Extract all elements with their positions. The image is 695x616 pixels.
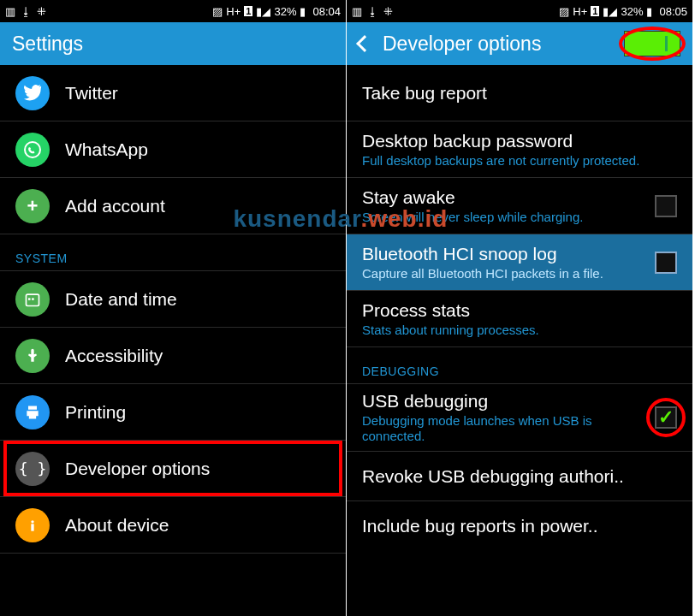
item-label: Date and time bbox=[65, 289, 296, 310]
section-header-debugging: DEBUGGING bbox=[347, 347, 692, 384]
page-title: Settings bbox=[12, 33, 83, 56]
bbm-icon: ⁜ bbox=[383, 5, 393, 18]
item-label: WhatsApp bbox=[65, 139, 296, 160]
settings-list: Twitter WhatsApp + Add account SYSTEM Da… bbox=[0, 65, 346, 554]
checkbox-bt-snoop[interactable] bbox=[655, 252, 677, 274]
item-take-bug-report[interactable]: Take bug report bbox=[347, 65, 692, 121]
mute-icon: ▨ bbox=[559, 5, 569, 18]
item-desktop-backup-password[interactable]: Desktop backup password Full desktop bac… bbox=[347, 121, 692, 178]
devoptions-list: Take bug report Desktop backup password … bbox=[347, 65, 692, 551]
sim-icon: 1 bbox=[591, 6, 599, 16]
settings-item-whatsapp[interactable]: WhatsApp bbox=[0, 121, 346, 178]
title-bar-settings: Settings bbox=[0, 22, 346, 65]
add-icon: + bbox=[15, 189, 50, 223]
svg-rect-5 bbox=[31, 524, 33, 530]
sim-icon: 1 bbox=[244, 6, 252, 16]
svg-rect-3 bbox=[32, 298, 34, 300]
item-sub: Full desktop backups are not currently p… bbox=[362, 153, 643, 169]
item-revoke-usb-auth[interactable]: Revoke USB debugging authori.. bbox=[347, 452, 692, 501]
clock: 08:05 bbox=[659, 5, 687, 18]
item-bluetooth-hci-snoop[interactable]: Bluetooth HCI snoop log Capture all Blue… bbox=[347, 234, 692, 291]
battery-pct: 32% bbox=[274, 5, 296, 18]
item-title: Take bug report bbox=[362, 83, 643, 104]
item-title: Desktop backup password bbox=[362, 131, 643, 151]
item-label: Add account bbox=[65, 196, 296, 216]
data-icon: H+ bbox=[573, 5, 587, 18]
twitter-icon bbox=[15, 76, 50, 110]
settings-item-add-account[interactable]: + Add account bbox=[0, 178, 346, 234]
section-header-system: SYSTEM bbox=[0, 234, 346, 271]
settings-item-date-time[interactable]: Date and time bbox=[0, 271, 346, 328]
printer-icon bbox=[15, 395, 50, 429]
item-include-bug-reports[interactable]: Include bug reports in power.. bbox=[347, 501, 692, 551]
mute-icon: ▨ bbox=[212, 5, 223, 18]
item-label: Developer options bbox=[65, 459, 296, 479]
status-bar: ▥ ⭳ ⁜ ▨ H+ 1 ▮◢ 32% ▮ 08:04 bbox=[0, 0, 346, 22]
svg-point-0 bbox=[25, 142, 40, 157]
title-bar-devoptions: Developer options bbox=[347, 22, 692, 65]
settings-item-about-device[interactable]: About device bbox=[0, 497, 346, 554]
settings-item-printing[interactable]: Printing bbox=[0, 384, 346, 441]
braces-icon: { } bbox=[15, 452, 50, 486]
item-title: Revoke USB debugging authori.. bbox=[362, 466, 643, 487]
screenshot-icon: ▥ bbox=[352, 5, 362, 18]
hand-icon bbox=[15, 339, 50, 373]
devoptions-master-toggle[interactable] bbox=[624, 31, 680, 56]
screenshot-icon: ▥ bbox=[5, 5, 15, 18]
battery-icon: ▮ bbox=[300, 5, 306, 18]
item-usb-debugging[interactable]: USB debugging Debugging mode launches wh… bbox=[347, 384, 692, 452]
item-label: About device bbox=[65, 515, 296, 536]
item-sub: Screen will never sleep while charging. bbox=[362, 210, 643, 225]
signal-icon: ▮◢ bbox=[603, 5, 617, 18]
signal-icon: ▮◢ bbox=[256, 5, 270, 18]
calendar-icon bbox=[15, 282, 50, 317]
checkbox-stay-awake[interactable] bbox=[655, 195, 677, 217]
svg-point-4 bbox=[31, 520, 33, 523]
checkbox-usb-debugging[interactable] bbox=[655, 406, 677, 429]
item-title: Bluetooth HCI snoop log bbox=[362, 244, 643, 264]
settings-item-accessibility[interactable]: Accessibility bbox=[0, 328, 346, 384]
battery-pct: 32% bbox=[621, 5, 643, 18]
battery-icon: ▮ bbox=[646, 5, 652, 18]
back-icon[interactable] bbox=[356, 35, 373, 52]
item-label: Accessibility bbox=[65, 346, 296, 366]
phone-right-devoptions: ▥ ⭳ ⁜ ▨ H+ 1 ▮◢ 32% ▮ 08:05 Developer op… bbox=[347, 0, 693, 616]
svg-rect-2 bbox=[28, 298, 31, 300]
info-icon bbox=[15, 508, 50, 542]
item-process-stats[interactable]: Process stats Stats about running proces… bbox=[347, 291, 692, 347]
item-sub: Debugging mode launches when USB is conn… bbox=[362, 413, 643, 444]
bbm-icon: ⁜ bbox=[37, 5, 46, 18]
settings-item-developer-options[interactable]: { } Developer options bbox=[0, 441, 346, 497]
downloads-icon: ⭳ bbox=[367, 5, 378, 18]
item-sub: Stats about running processes. bbox=[362, 323, 643, 338]
item-title: Include bug reports in power.. bbox=[362, 516, 643, 536]
item-label: Printing bbox=[65, 402, 296, 423]
page-title: Developer options bbox=[383, 33, 541, 56]
settings-item-twitter[interactable]: Twitter bbox=[0, 65, 346, 121]
whatsapp-icon bbox=[15, 133, 50, 167]
item-title: Stay awake bbox=[362, 187, 643, 208]
downloads-icon: ⭳ bbox=[21, 5, 32, 18]
status-bar: ▥ ⭳ ⁜ ▨ H+ 1 ▮◢ 32% ▮ 08:05 bbox=[347, 0, 692, 22]
item-stay-awake[interactable]: Stay awake Screen will never sleep while… bbox=[347, 178, 692, 234]
item-label: Twitter bbox=[65, 83, 296, 104]
item-title: USB debugging bbox=[362, 391, 643, 412]
clock: 08:04 bbox=[312, 5, 341, 18]
phone-left-settings: ▥ ⭳ ⁜ ▨ H+ 1 ▮◢ 32% ▮ 08:04 Settings Twi… bbox=[0, 0, 347, 616]
item-sub: Capture all Bluetooth HCI packets in a f… bbox=[362, 266, 643, 281]
data-icon: H+ bbox=[226, 5, 241, 18]
item-title: Process stats bbox=[362, 300, 643, 321]
